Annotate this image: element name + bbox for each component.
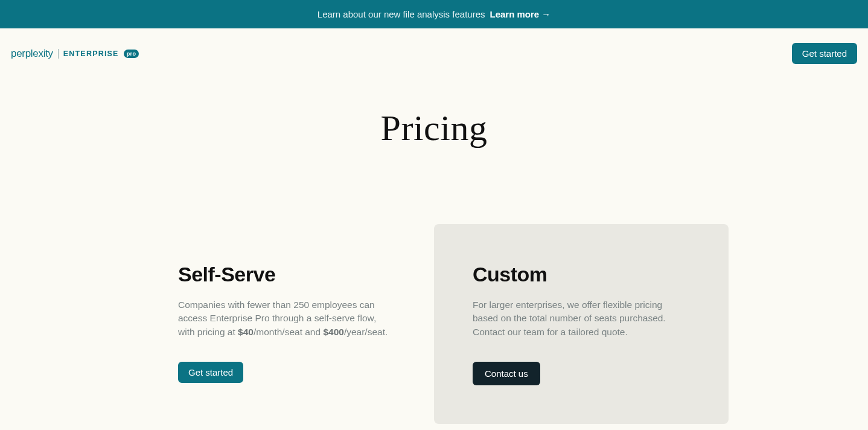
announcement-banner: Learn about our new file analysis featur…: [0, 0, 868, 28]
logo-divider: [58, 49, 59, 59]
arrow-right-icon: →: [541, 9, 550, 19]
page-title: Pricing: [0, 108, 868, 149]
plan-self-serve-title: Self-Serve: [178, 263, 395, 286]
plan-custom-title: Custom: [473, 263, 690, 286]
banner-learn-more-link[interactable]: Learn more →: [490, 9, 550, 19]
plan-custom: Custom For larger enterprises, we offer …: [434, 224, 729, 424]
top-nav: perplexity ENTERPRISE pro Get started: [0, 28, 868, 64]
banner-link-label: Learn more: [490, 9, 539, 19]
plan-custom-contact-us-button[interactable]: Contact us: [473, 362, 540, 385]
logo[interactable]: perplexity ENTERPRISE pro: [11, 48, 139, 60]
price-monthly: $40: [238, 327, 254, 337]
hero: Pricing: [0, 64, 868, 149]
pricing-plans: Self-Serve Companies with fewer than 250…: [0, 224, 868, 424]
plan-self-serve: Self-Serve Companies with fewer than 250…: [139, 224, 434, 424]
nav-get-started-button[interactable]: Get started: [792, 43, 857, 64]
plan-self-serve-description: Companies with fewer than 250 employees …: [178, 298, 395, 339]
price-yearly: $400: [323, 327, 343, 337]
logo-enterprise-text: ENTERPRISE: [63, 50, 119, 58]
banner-text: Learn about our new file analysis featur…: [318, 9, 485, 19]
logo-pro-badge: pro: [124, 50, 139, 58]
plan-self-serve-get-started-button[interactable]: Get started: [178, 362, 243, 383]
logo-perplexity-text: perplexity: [11, 48, 53, 60]
plan-custom-description: For larger enterprises, we offer flexibl…: [473, 298, 690, 339]
